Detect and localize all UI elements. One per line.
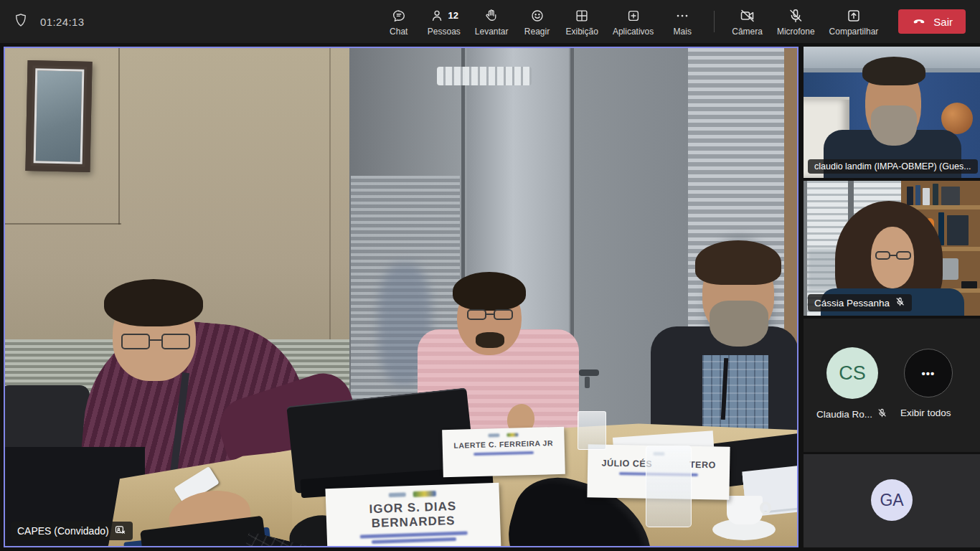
glasses [121,334,190,351]
camera-toggle-button[interactable]: Câmera [727,4,767,39]
raise-hand-icon [484,7,499,24]
share-icon [845,7,862,24]
mic-label: Microfone [777,27,815,37]
people-label: Pessoas [428,27,461,37]
avatar-initials: CS [839,362,866,385]
more-button[interactable]: Mais [664,4,701,39]
ellipsis-icon: ••• [922,367,936,380]
glasses [467,309,513,321]
view-label: Exibição [566,27,598,37]
toolbar-divider [714,11,715,32]
avatar-claudia[interactable]: CS [826,347,878,399]
meeting-window: 01:24:13 Chat 12 Pessoas [0,0,980,551]
framed-picture [25,60,92,172]
name-card-laerte: LAERTE C. FERREIRA JR [442,427,565,477]
view-grid-icon [574,7,590,24]
react-label: Reagir [524,27,550,37]
leave-button[interactable]: Sair [898,9,966,34]
water-glass [646,446,692,527]
camera-label: Câmera [732,27,763,37]
mic-off-icon [877,408,887,420]
copper-disc [941,103,973,134]
meeting-toolbar: 01:24:13 Chat 12 Pessoas [0,0,980,43]
show-all-button[interactable]: ••• [904,349,953,397]
video-tile-cassia[interactable]: Cássia Pessanha [804,181,980,316]
door-handle [579,369,599,376]
raise-hand-button[interactable]: Levantar [471,4,513,39]
avatar-initials: GA [880,491,903,510]
leave-label: Sair [933,16,953,28]
share-label: Compartilhar [829,27,879,37]
ceiling-light [437,67,532,85]
apps-button[interactable]: Aplicativos [608,4,658,39]
tile-name-text: CAPES (Convidado) [17,525,109,537]
tile-status-icon [114,524,126,538]
meeting-timer: 01:24:13 [40,16,85,28]
people-button[interactable]: 12 Pessoas [423,4,465,39]
name-card-text: TERO [689,460,716,471]
name-card-text: IGOR S. DIAS BERNARDES [326,498,500,532]
apps-plus-icon [626,7,641,24]
tile-name-text: claudio landim (IMPA-OBMEP) (Gues... [814,161,971,171]
shield-icon [13,12,29,31]
apps-label: Aplicativos [613,27,654,37]
react-smiley-icon [529,7,545,24]
chat-button[interactable]: Chat [380,4,418,39]
overflow-participants-panel: CS Claudia Ro... ••• Exibir todos [804,319,980,452]
chat-icon [391,7,407,24]
video-tile-claudio[interactable]: claudio landim (IMPA-OBMEP) (Gues... [804,47,980,178]
react-button[interactable]: Reagir [519,4,556,39]
camera-off-icon [739,7,756,24]
mic-toggle-button[interactable]: Microfone [773,4,819,39]
raise-hand-label: Levantar [475,27,509,37]
participant-label-claudia: Claudia Ro... [816,408,887,420]
water-glass [578,411,606,450]
hangup-icon [911,13,927,31]
chat-label: Chat [390,27,407,37]
people-icon [430,8,446,24]
coffee-cup [727,496,763,524]
tile-name-label: claudio landim (IMPA-OBMEP) (Gues... [808,159,978,174]
name-card-igor: IGOR S. DIAS BERNARDES [325,483,501,547]
share-button[interactable]: Compartilhar [825,4,883,39]
main-video-tile[interactable]: LAERTE C. FERREIRA JR JÚLIO CÉS TERO IGO… [4,47,798,547]
tile-name-text: Cássia Pessanha [814,298,890,309]
mic-off-icon [787,7,804,24]
avatar-ga: GA [871,479,913,521]
name-card-text: LAERTE C. FERREIRA JR [453,438,553,450]
tile-name-label: CAPES (Convidado) [11,522,133,540]
people-count-badge: 12 [448,10,458,21]
view-button[interactable]: Exibição [562,4,603,39]
mic-off-icon [895,296,905,309]
show-all-label: Exibir todos [900,408,951,418]
video-tile-ga[interactable]: GA [804,454,980,547]
name-card-text: JÚLIO CÉS [601,458,652,469]
more-ellipsis-icon [674,7,690,24]
glasses [875,251,911,261]
more-label: Mais [674,27,692,37]
tile-name-label: Cássia Pessanha [808,294,912,311]
